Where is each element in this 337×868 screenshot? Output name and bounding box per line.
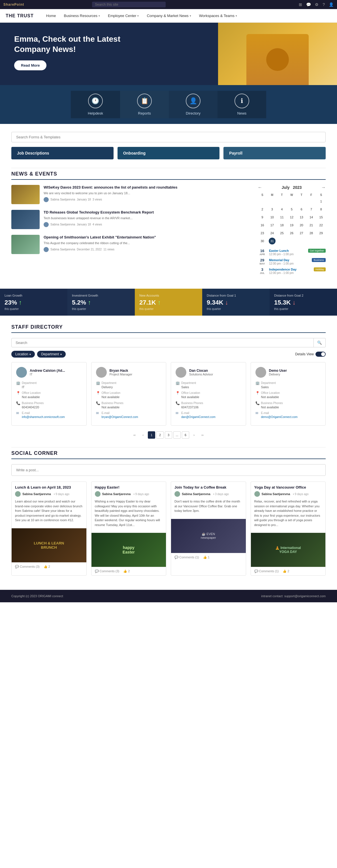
quick-link-news[interactable]: ℹ News (217, 91, 266, 118)
quick-link-directory[interactable]: 👤 Directory (169, 91, 217, 118)
email-value[interactable]: bryan@OrigamiConnect.com (102, 415, 138, 419)
likes-count[interactable]: 👍 2 (123, 569, 130, 573)
grid-icon[interactable]: ⊞ (299, 2, 302, 7)
email-value[interactable]: demo@OrigamiConnect.com (261, 415, 298, 419)
staff-search-button[interactable]: 🔍 (314, 338, 326, 347)
calendar-day-today[interactable]: 31 (269, 238, 275, 244)
calendar-day[interactable]: 11 (278, 214, 285, 221)
calendar-day[interactable]: 29 (318, 230, 325, 237)
nav-item-employee[interactable]: Employee Center ▾ (104, 9, 143, 23)
details-toggle-switch[interactable] (315, 352, 326, 357)
chat-icon[interactable]: 💬 (306, 2, 311, 7)
day-of-week: T (277, 193, 287, 197)
help-icon[interactable]: ? (323, 2, 325, 7)
event-badge: Holiday (314, 268, 326, 271)
calendar-day[interactable]: 2 (259, 206, 266, 213)
location-label: Office Location (181, 391, 200, 395)
calendar-day[interactable]: 3 (269, 206, 275, 213)
write-post-input[interactable] (11, 464, 326, 476)
comments-count[interactable]: 💬 Comments (3) (95, 569, 120, 573)
location-filter[interactable]: Location ▾ (11, 351, 35, 358)
calendar-day[interactable]: 24 (269, 230, 275, 237)
calendar-day[interactable]: 13 (298, 214, 305, 221)
calendar-day[interactable]: 28 (308, 230, 315, 237)
location-icon: 📍 (96, 391, 100, 395)
department-filter[interactable]: Department ▾ (37, 351, 66, 358)
nav-item-business[interactable]: Business Resources ▾ (60, 9, 104, 23)
page-number-button[interactable]: 2 (156, 431, 164, 439)
email-value[interactable]: info@sharemuch.onmicrosoft.com (22, 415, 65, 419)
social-title: SOCIAL CORNER (11, 450, 326, 459)
footer-contact[interactable]: intranet contact: support@origamiconnect… (261, 594, 326, 598)
calendar-day[interactable]: 26 (288, 230, 295, 237)
nav-item-workspaces[interactable]: Workspaces & Teams ▾ (195, 9, 241, 23)
likes-count[interactable]: 👍 2 (44, 565, 50, 568)
page-prev-button[interactable]: ‹ (139, 431, 147, 439)
staff-email-content: E-mail dan@OrigamiConnect.com (181, 411, 215, 419)
likes-count[interactable]: 👍 1 (203, 556, 209, 559)
likes-count[interactable]: 👍 2 (282, 569, 289, 573)
helpdesk-label: Helpdesk (88, 111, 103, 116)
nav-item-home[interactable]: Home (42, 9, 60, 23)
event-name[interactable]: Independence Day Holiday (269, 268, 326, 271)
page-prev-button[interactable]: ‹‹ (131, 431, 138, 439)
event-name[interactable]: Easter Lunch Get together (269, 249, 326, 253)
calendar-day[interactable]: 14 (308, 214, 315, 221)
calendar-day[interactable]: 9 (259, 214, 266, 221)
calendar-day[interactable]: 17 (269, 222, 275, 228)
calendar-day[interactable]: 18 (278, 222, 285, 228)
calendar-day[interactable]: 22 (318, 222, 325, 228)
hero-cta-button[interactable]: Read More (14, 60, 46, 70)
page-next-button[interactable]: ›› (199, 431, 206, 439)
nav-item-news[interactable]: Company & Market News ▾ (143, 9, 195, 23)
location-label: Office Location (22, 391, 41, 395)
page-number-button[interactable]: 3 (165, 431, 172, 439)
location-icon: 📍 (176, 391, 179, 395)
job-descriptions-button[interactable]: Job Descriptions (11, 147, 113, 159)
metric-value: 23% ↑ (4, 299, 63, 306)
calendar-day[interactable]: 25 (278, 230, 285, 237)
calendar-next-button[interactable]: → (321, 185, 326, 190)
news-title-3[interactable]: Opening of Smithsonian's Latest Exhibit … (44, 235, 249, 240)
calendar-day[interactable]: 23 (259, 230, 266, 237)
event-name[interactable]: Memorial Day Business (269, 258, 326, 262)
comments-count[interactable]: 💬 Comments (1) (174, 556, 199, 559)
news-title-1[interactable]: WISeKey Davos 2023 Event: announces the … (44, 185, 249, 190)
calendar-day[interactable]: 5 (288, 206, 295, 213)
calendar-day[interactable]: 16 (259, 222, 266, 228)
payroll-button[interactable]: Payroll (224, 147, 326, 159)
details-view-toggle[interactable]: Details View (295, 352, 326, 357)
forms-search-input[interactable] (11, 132, 326, 142)
quick-link-helpdesk[interactable]: 🕐 Helpdesk (71, 91, 120, 118)
calendar-day[interactable]: 10 (269, 214, 275, 221)
staff-name: Bryan Hack (110, 369, 133, 373)
news-title-2[interactable]: TD Releases Global Technology Ecosystem … (44, 210, 249, 215)
email-value[interactable]: dan@OrigamiConnect.com (181, 415, 215, 419)
author-date-1: January 18 (77, 198, 91, 201)
calendar-day[interactable]: 30 (259, 238, 266, 244)
calendar-day[interactable]: 21 (308, 222, 315, 228)
calendar-day[interactable]: 7 (308, 206, 315, 213)
staff-search-input[interactable] (11, 338, 314, 347)
quick-link-reports[interactable]: 📋 Reports (120, 91, 169, 118)
news-item: WISeKey Davos 2023 Event: announces the … (11, 185, 249, 204)
calendar-day[interactable]: 19 (288, 222, 295, 228)
calendar-day[interactable]: 8 (318, 206, 325, 213)
page-number-button[interactable]: 1 (148, 431, 155, 439)
comments-count[interactable]: 💬 Comments (1) (254, 569, 279, 573)
settings-icon[interactable]: ⚙ (315, 2, 318, 7)
page-number-button[interactable]: 6 (182, 431, 189, 439)
topbar-search-input[interactable] (92, 2, 166, 7)
profile-icon[interactable]: 👤 (329, 2, 334, 7)
calendar-day[interactable]: 1 (318, 198, 325, 205)
calendar-day[interactable]: 4 (278, 206, 285, 213)
comments-count[interactable]: 💬 Comments (3) (15, 565, 40, 568)
calendar-day[interactable]: 12 (288, 214, 295, 221)
onboarding-button[interactable]: Onboarding (117, 147, 220, 159)
calendar-prev-button[interactable]: ← (258, 185, 262, 190)
calendar-day[interactable]: 27 (298, 230, 305, 237)
calendar-day[interactable]: 15 (318, 214, 325, 221)
page-next-button[interactable]: › (190, 431, 198, 439)
calendar-day[interactable]: 6 (298, 206, 305, 213)
calendar-day[interactable]: 20 (298, 222, 305, 228)
